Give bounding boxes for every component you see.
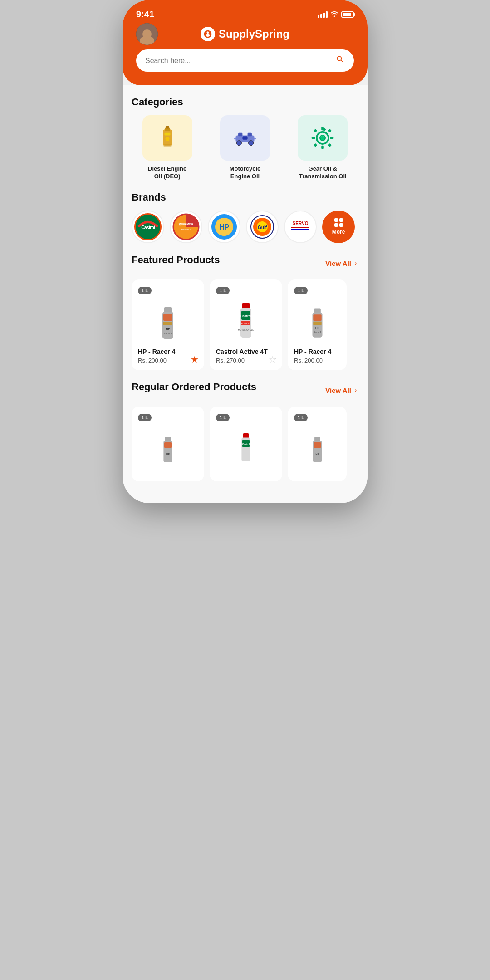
product-card-reg-3[interactable]: 1 L HP — [288, 407, 347, 481]
status-icons — [318, 10, 354, 19]
svg-rect-56 — [313, 314, 321, 321]
category-item-deo[interactable]: Diesel EngineOil (DEO) — [132, 115, 203, 181]
wifi-icon — [330, 10, 338, 19]
product-card-castrol-active[interactable]: 1 L Castrol Active 4T MOTORCYCLE Castrol… — [210, 279, 282, 370]
search-input[interactable] — [145, 57, 336, 65]
regular-products-row: 1 L HP 1 L Cast — [132, 407, 358, 481]
svg-rect-57 — [313, 322, 321, 325]
svg-text:इंडियनऑयल: इंडियनऑयल — [178, 222, 193, 226]
app-header: SupplySpring — [136, 27, 354, 41]
battery-icon — [341, 11, 354, 18]
header: 9:41 — [122, 0, 368, 85]
avatar[interactable] — [136, 23, 158, 45]
brand-item-servo[interactable]: SERVO — [284, 211, 317, 243]
status-bar: 9:41 — [136, 9, 354, 20]
brand-logo-icon — [201, 27, 215, 41]
featured-title: Featured Products — [132, 254, 220, 266]
svg-text:HP: HP — [315, 453, 319, 456]
svg-text:HP: HP — [166, 453, 170, 456]
regular-title: Regular Ordered Products — [132, 381, 256, 393]
svg-text:Castrol: Castrol — [242, 443, 250, 445]
category-item-meo[interactable]: MotorcycleEngine Oil — [209, 115, 280, 181]
categories-title: Categories — [132, 96, 358, 108]
favorite-button[interactable]: ★ — [191, 354, 199, 365]
product-card-reg-1[interactable]: 1 L HP — [132, 407, 204, 481]
search-bar — [136, 49, 354, 72]
svg-point-5 — [165, 137, 169, 141]
favorite-button[interactable]: ☆ — [269, 354, 277, 365]
product-name: Castrol Active 4T — [216, 348, 276, 355]
product-image: Castrol — [216, 425, 276, 470]
brand-name: SupplySpring — [201, 27, 289, 41]
svg-point-10 — [248, 141, 253, 146]
svg-rect-64 — [243, 433, 249, 438]
category-item-gear[interactable]: Gear Oil &Transmission Oil — [287, 115, 358, 181]
product-image: HP — [294, 425, 340, 470]
featured-header: Featured Products View All — [132, 254, 358, 273]
regular-header: Regular Ordered Products View All — [132, 381, 358, 400]
chevron-right-icon — [353, 261, 358, 266]
svg-rect-4 — [164, 133, 170, 136]
brand-item-castrol[interactable]: Castrol — [132, 211, 164, 243]
svg-rect-40 — [291, 229, 309, 230]
featured-products-row: 1 L HP Racer 4 HP - Racer 4 Rs. 200.00 ★ — [132, 279, 358, 370]
product-card-hp-racer-1[interactable]: 1 L HP Racer 4 HP - Racer 4 Rs. 200.00 ★ — [132, 279, 204, 370]
product-card-hp-racer-2[interactable]: 1 L HP Racer 4 HP - Racer 4 Rs. 200.00 — [288, 279, 347, 370]
product-badge: 1 L — [216, 287, 230, 294]
svg-text:IndianOil: IndianOil — [181, 228, 191, 231]
brand-item-hp[interactable]: HP — [208, 211, 240, 243]
product-image: Castrol Active 4T MOTORCYCLE — [216, 298, 276, 343]
phone-frame: 9:41 — [122, 0, 368, 503]
product-badge: 1 L — [138, 414, 152, 421]
signal-icon — [318, 11, 328, 18]
svg-rect-21 — [328, 143, 332, 147]
svg-text:Castrol: Castrol — [141, 225, 155, 230]
more-label: More — [332, 229, 345, 235]
brands-section: Brands Castrol — [132, 191, 358, 243]
product-image: HP — [138, 425, 198, 470]
main-content: Categories Diesel EngineOil (DEO) — [122, 85, 368, 503]
svg-rect-43 — [163, 314, 172, 321]
search-icon — [336, 55, 345, 64]
product-name: HP - Racer 4 — [138, 348, 198, 355]
featured-view-all[interactable]: View All — [325, 260, 358, 267]
brand-item-indianoil[interactable]: इंडियनऑयल IndianOil — [170, 211, 202, 243]
regular-view-all[interactable]: View All — [325, 387, 358, 394]
indianoil-logo: इंडियनऑयल IndianOil — [172, 213, 200, 240]
reg-bottle-3: HP — [305, 430, 330, 466]
more-brands-button[interactable]: More — [322, 211, 355, 243]
search-button[interactable] — [336, 55, 345, 66]
svg-text:Active 4T: Active 4T — [241, 322, 251, 325]
castrol-logo: Castrol — [134, 213, 162, 240]
svg-text:Castrol: Castrol — [240, 314, 251, 318]
svg-text:HP: HP — [315, 326, 320, 329]
hp-logo: HP — [211, 213, 238, 240]
svg-text:HP: HP — [219, 223, 230, 231]
product-badge: 1 L — [216, 414, 230, 421]
product-badge: 1 L — [138, 287, 152, 294]
svg-rect-2 — [166, 126, 169, 129]
category-icon-meo — [220, 115, 270, 161]
more-grid-icon — [334, 218, 343, 227]
brands-row: Castrol इंडियनऑयल IndianOil — [132, 211, 358, 243]
brand-item-gulf[interactable]: Gulf — [246, 211, 279, 243]
svg-text:MOTORCYCLE: MOTORCYCLE — [238, 328, 254, 331]
svg-rect-70 — [314, 442, 321, 448]
svg-rect-16 — [312, 137, 315, 139]
chevron-right-icon — [353, 388, 358, 393]
product-name: HP - Racer 4 — [294, 348, 340, 355]
svg-rect-17 — [330, 137, 333, 139]
servo-logo: SERVO — [287, 213, 314, 240]
svg-rect-39 — [291, 227, 309, 228]
product-card-reg-2[interactable]: 1 L Castrol — [210, 407, 282, 481]
hp-racer-bottle-img: HP Racer 4 — [154, 298, 181, 343]
gulf-logo: Gulf — [249, 213, 276, 240]
category-label-gear: Gear Oil &Transmission Oil — [299, 165, 347, 181]
svg-rect-14 — [322, 127, 324, 130]
svg-rect-8 — [248, 133, 252, 136]
product-price: Rs. 270.00 — [216, 357, 276, 364]
reg-bottle-2: Castrol — [232, 430, 260, 466]
svg-text:SERVO: SERVO — [293, 221, 309, 226]
svg-rect-47 — [242, 303, 250, 309]
product-badge: 1 L — [294, 414, 308, 421]
